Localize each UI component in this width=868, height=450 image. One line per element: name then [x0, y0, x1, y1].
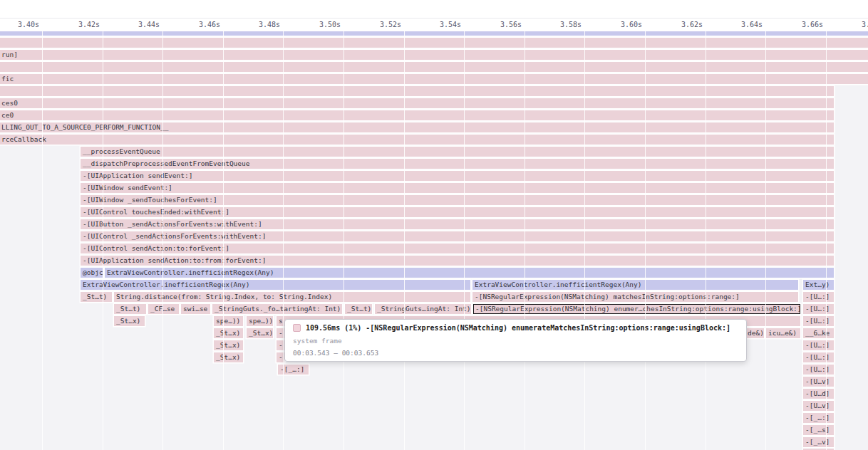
stack-frame-bar[interactable]: -[NSRegularExpression(NSMatching) matche… — [472, 292, 798, 302]
stack-frame-bar[interactable]: run] — [0, 50, 868, 60]
stack-frame-bar[interactable]: -[_…s] — [803, 425, 834, 435]
stack-frame-bar[interactable]: de&) — [745, 328, 764, 338]
stack-frame-bar[interactable] — [0, 86, 834, 96]
stack-frame-bar[interactable]: _St…x) — [114, 316, 145, 326]
ruler-tick-label: 3.58s — [539, 21, 582, 28]
ruler-tick-label: 3.54s — [418, 21, 461, 28]
stack-frame-bar[interactable]: ExtraViewController.inefficientRegex(Any… — [81, 280, 470, 290]
stack-frame-bar[interactable]: -[_…v] — [803, 437, 834, 447]
ruler-divider — [0, 18, 868, 19]
stack-frame-bar[interactable]: -[U…v] — [803, 377, 834, 387]
stack-frame-bar[interactable] — [0, 31, 868, 36]
stack-frame-bar[interactable]: -[UIControl sendAction:to:forEvent:] — [81, 244, 834, 253]
stack-frame-bar[interactable]: _St…x) — [214, 340, 243, 350]
stack-frame-bar[interactable]: _StringGuts._fo…tartingAt: Int) — [212, 304, 342, 314]
stack-frame-bar[interactable]: _StringGuts…ingAt: Int) — [375, 304, 471, 314]
stack-frame-bar[interactable]: __6…ke — [803, 328, 834, 338]
stack-frame-bar[interactable]: - — [277, 340, 284, 350]
stack-frame-bar[interactable] — [0, 38, 868, 48]
stack-frame-bar[interactable]: _St…t) — [345, 304, 372, 314]
ruler-tick-label: 3.44s — [117, 21, 160, 28]
stack-frame-bar[interactable]: String.distance(from: String.Index, to: … — [114, 292, 470, 302]
stack-frame-bar[interactable]: _St…x) — [214, 352, 243, 362]
stack-frame-bar[interactable]: _St…t) — [114, 304, 146, 314]
stack-frame-bar[interactable]: -[U…:] — [803, 352, 834, 362]
stack-frame-bar[interactable]: rceCallback — [0, 135, 834, 145]
stack-frame-bar[interactable]: -[UIWindow _sendTouchesForEvent:] — [81, 195, 834, 205]
stack-frame-bar-selected[interactable]: -[NSRegularExpression(NSMatching) enumer… — [473, 304, 800, 314]
stack-frame-bar[interactable]: -[UIApplication sendEvent:] — [81, 171, 834, 181]
stack-frame-bar[interactable]: -[UIControl touchesEnded:withEvent:] — [81, 207, 834, 217]
stack-frame-bar[interactable]: -[U…:] — [803, 304, 834, 314]
ruler-tick-label: 3.50s — [298, 21, 341, 28]
tooltip-title: 109.56ms (1%) -[NSRegularExpression(NSMa… — [306, 324, 730, 332]
frame-color-swatch-icon — [293, 324, 301, 332]
stack-frame-bar[interactable]: -[_…:] — [278, 365, 309, 375]
tooltip-title-row: 109.56ms (1%) -[NSRegularExpression(NSMa… — [293, 324, 738, 332]
stack-frame-bar[interactable]: _St…t) — [81, 292, 112, 302]
flame-graph-panel: 3.40s3.42s3.44s3.46s3.48s3.50s3.52s3.54s… — [0, 0, 868, 450]
stack-frame-bar[interactable]: -[U…:] — [803, 292, 834, 302]
stack-frame-bar[interactable]: _CF…se — [148, 304, 179, 314]
stack-frame-bar[interactable]: spe…)) — [214, 316, 243, 326]
stack-frame-bar[interactable] — [0, 62, 868, 72]
stack-frame-bar[interactable]: ces0 — [0, 98, 834, 108]
ruler-tick-label: 3.68s — [840, 21, 868, 28]
stack-frame-bar[interactable]: __dispatchPreprocessedEventFromEventQueu… — [81, 159, 834, 169]
stack-frame-bar[interactable]: ce0 — [0, 110, 834, 120]
stack-frame-bar[interactable]: icu…e&) — [766, 328, 800, 338]
frame-tooltip: 109.56ms (1%) -[NSRegularExpression(NSMa… — [284, 319, 747, 362]
stack-frame-bar[interactable]: Ext…y) — [803, 280, 834, 290]
stack-frame-bar[interactable]: _St…x) — [247, 328, 273, 338]
time-ruler[interactable]: 3.40s3.42s3.44s3.46s3.48s3.50s3.52s3.54s… — [0, 0, 868, 31]
ruler-tick-label: 3.56s — [479, 21, 522, 28]
stack-frame-bar[interactable]: fic — [0, 74, 868, 84]
ruler-tick-label: 3.52s — [358, 21, 401, 28]
ruler-tick-label: 3.66s — [780, 21, 823, 28]
ruler-tick-label: 3.60s — [599, 21, 642, 28]
stack-frame-bar[interactable]: - — [277, 352, 284, 362]
stack-frame-bar[interactable]: -[UIApplication sendAction:to:from:forEv… — [81, 256, 834, 266]
stack-frame-bar[interactable]: -[_…:] — [803, 413, 834, 423]
stack-frame-bar[interactable]: -[UIControl _sendActionsForEvents:withEv… — [81, 231, 834, 241]
stack-frame-bar[interactable]: spe…)) — [247, 316, 273, 326]
stack-frame-bar[interactable]: - — [277, 328, 284, 338]
stack-frame-bar[interactable]: -[U…v] — [803, 401, 834, 411]
stack-frame-bar[interactable]: _St…x) — [214, 328, 243, 338]
tooltip-subtitle: system frame — [293, 337, 738, 345]
stack-frame-bar[interactable]: -[U…:] — [803, 365, 834, 375]
ruler-tick-label: 3.64s — [720, 21, 763, 28]
ruler-tick-label: 3.40s — [0, 21, 39, 28]
stack-frame-bar[interactable]: ExtraViewController.inefficientRegex(Any… — [105, 268, 834, 278]
tooltip-time-range: 00:03.543 — 00:03.653 — [293, 349, 738, 357]
ruler-tick-label: 3.48s — [237, 21, 280, 28]
stack-frame-bar[interactable]: __processEventQueue — [81, 147, 834, 157]
stack-frame-bar[interactable]: @objc — [81, 268, 103, 278]
ruler-tick-label: 3.42s — [57, 21, 100, 28]
stack-frame-bar[interactable]: swi…se — [181, 304, 210, 314]
ruler-tick-label: 3.62s — [660, 21, 703, 28]
stack-frame-bar[interactable]: LLING_OUT_TO_A_SOURCE0_PERFORM_FUNCTION_… — [0, 122, 834, 132]
stack-frame-bar[interactable]: -[U…:] — [803, 316, 834, 326]
stack-frame-bar[interactable]: -[U…d] — [803, 389, 834, 399]
stack-frame-bar[interactable]: ExtraViewController.inefficientRegex(Any… — [472, 280, 798, 290]
stack-frame-bar[interactable]: -[UIButton _sendActionsForEvents:withEve… — [81, 219, 834, 229]
stack-frame-bar[interactable]: -[UIWindow sendEvent:] — [81, 183, 834, 193]
ruler-tick-label: 3.46s — [177, 21, 220, 28]
stack-frame-bar[interactable]: -[U…:] — [803, 340, 834, 350]
